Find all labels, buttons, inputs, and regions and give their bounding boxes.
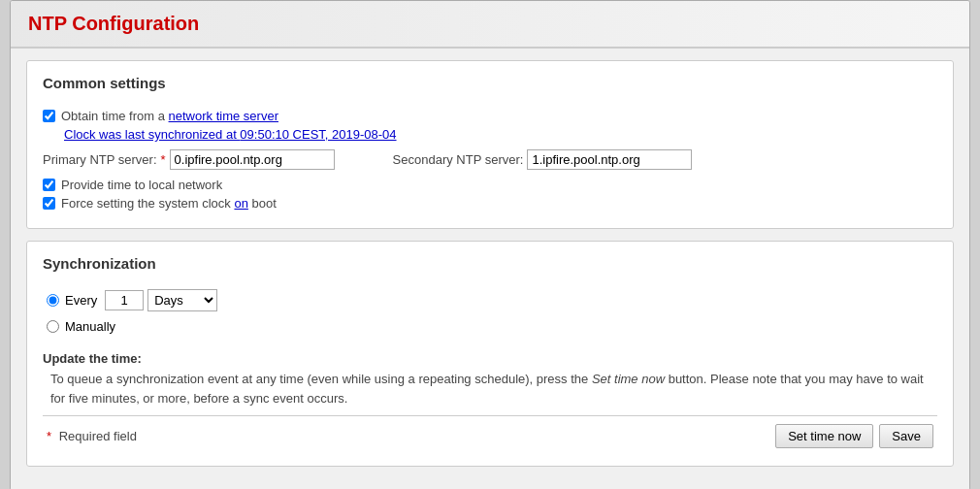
obtain-time-label: Obtain time from a network time server <box>61 109 278 123</box>
page-title: NTP Configuration <box>28 13 952 35</box>
provide-time-row: Provide time to local network <box>43 178 937 192</box>
primary-required-star: * <box>161 152 166 167</box>
update-time-title: Update the time: <box>43 351 937 366</box>
update-time-desc: To queue a synchronization event at any … <box>50 370 937 408</box>
manually-radio[interactable] <box>47 320 59 333</box>
ntp-servers-row: Primary NTP server: * Secondary NTP serv… <box>43 149 937 170</box>
force-clock-checkbox[interactable] <box>43 197 55 210</box>
secondary-ntp-input[interactable] <box>527 149 692 170</box>
days-select[interactable]: Days Hours Minutes <box>147 289 217 311</box>
required-label: Required field <box>59 429 137 443</box>
provide-time-checkbox[interactable] <box>43 179 55 191</box>
clock-sync-row: Clock was last synchronized at 09:50:10 … <box>64 127 937 142</box>
set-time-now-italic: Set time now <box>592 372 665 386</box>
every-radio[interactable] <box>47 294 59 307</box>
every-value-input[interactable] <box>105 290 144 310</box>
synchronization-title: Synchronization <box>43 255 937 277</box>
update-time-section: Update the time: To queue a synchronizat… <box>43 343 937 408</box>
save-button[interactable]: Save <box>879 424 933 448</box>
synchronization-section: Synchronization Every Days Hours Minutes… <box>26 241 954 467</box>
common-settings-title: Common settings <box>43 75 937 97</box>
every-label: Every <box>65 293 97 308</box>
common-settings-section: Common settings Obtain time from a netwo… <box>26 60 954 229</box>
primary-ntp-input[interactable] <box>170 149 335 170</box>
force-clock-row: Force setting the system clock on boot <box>43 196 937 211</box>
obtain-time-row: Obtain time from a network time server <box>43 109 937 123</box>
content-area: Common settings Obtain time from a netwo… <box>11 49 969 489</box>
set-time-now-button[interactable]: Set time now <box>775 424 873 448</box>
required-note: * Required field <box>47 429 137 443</box>
secondary-ntp-label: Secondary NTP server: <box>393 152 524 167</box>
manually-radio-row: Manually <box>47 319 937 334</box>
page-header: NTP Configuration <box>11 1 969 49</box>
provide-time-label: Provide time to local network <box>61 178 222 192</box>
force-clock-label: Force setting the system clock on boot <box>61 196 277 211</box>
primary-ntp-label: Primary NTP server: <box>43 152 157 167</box>
footer-buttons: Set time now Save <box>775 424 933 448</box>
manually-label: Manually <box>65 319 115 334</box>
obtain-time-checkbox[interactable] <box>43 110 55 122</box>
clock-sync-value: 09:50:10 CEST, 2019-08-04 <box>240 127 396 142</box>
footer-row: * Required field Set time now Save <box>43 415 937 452</box>
main-container: NTP Configuration Common settings Obtain… <box>10 0 970 489</box>
required-star: * <box>47 429 51 443</box>
every-radio-row: Every Days Hours Minutes <box>47 289 937 311</box>
